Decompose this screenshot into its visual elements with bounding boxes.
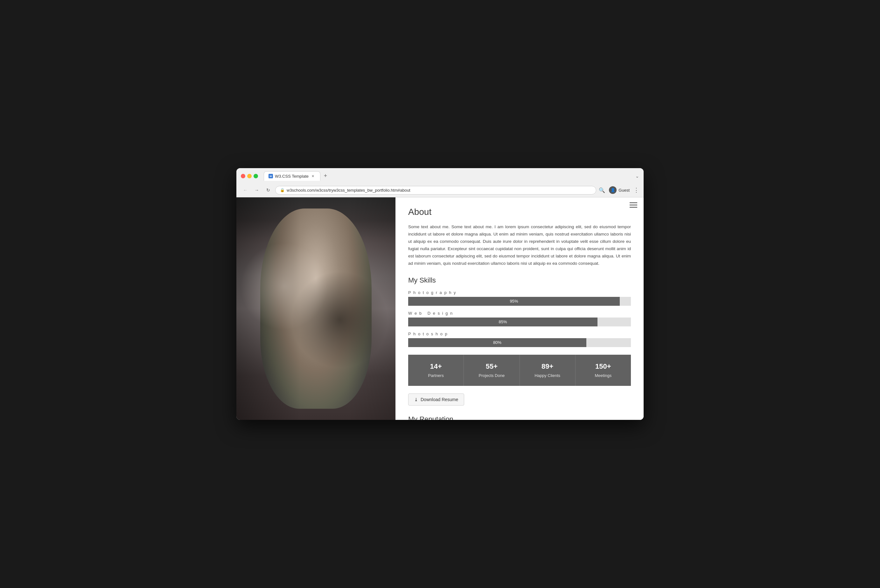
stat-projects-number: 55+	[469, 362, 514, 370]
skill-photography-bar-bg: 95%	[408, 297, 631, 306]
stat-projects: 55+ Projects Done	[464, 355, 519, 386]
skill-webdesign-pct: 85%	[498, 320, 507, 324]
hamburger-line-3	[630, 207, 637, 207]
tab-close-button[interactable]: ✕	[310, 174, 316, 178]
skill-photoshop-bar-bg: 80%	[408, 338, 631, 347]
skill-photography: P h o t o g r a p h y 95%	[408, 290, 631, 306]
skills-list: P h o t o g r a p h y 95% W e b D e s i …	[408, 290, 631, 347]
browser-addressbar: ← → ↻ 🔒 w3schools.com/w3css/tryw3css_tem…	[236, 184, 644, 197]
tab-bar: w W3.CSS Template ✕ + ⌄	[264, 171, 639, 180]
content-panel: About Some text about me. Some text abou…	[396, 197, 644, 420]
skill-webdesign-label: W e b D e s i g n	[408, 311, 631, 316]
skill-photoshop-pct: 80%	[493, 340, 501, 345]
download-icon: ⤓	[414, 397, 418, 402]
stat-meetings-number: 150+	[581, 362, 626, 370]
stat-meetings-label: Meetings	[595, 373, 612, 378]
reputation-title: My Reputation	[408, 415, 631, 420]
browser-content: About Some text about me. Some text abou…	[236, 197, 644, 420]
hamburger-line-1	[630, 202, 637, 203]
tab-favicon-icon: w	[269, 174, 273, 178]
forward-button[interactable]: →	[252, 186, 261, 195]
profile-area[interactable]: 👤 Guest	[609, 186, 630, 194]
maximize-traffic-light[interactable]	[254, 174, 258, 178]
toolbar-icons: 🔍 👤 Guest ⋮	[599, 186, 639, 194]
stat-projects-label: Projects Done	[479, 373, 505, 378]
profile-photo-panel	[236, 197, 396, 420]
reload-button[interactable]: ↻	[264, 186, 273, 195]
skill-photoshop-bar-fill: 80%	[408, 338, 586, 347]
stat-partners: 14+ Partners	[408, 355, 464, 386]
more-options-icon[interactable]: ⋮	[633, 187, 639, 194]
hamburger-line-2	[630, 205, 637, 206]
browser-window: w W3.CSS Template ✕ + ⌄ ← → ↻ 🔒 w3school…	[236, 168, 644, 420]
about-body-text: Some text about me. Some text about me. …	[408, 224, 631, 267]
about-title: About	[408, 207, 631, 217]
profile-photo-bg	[236, 197, 396, 420]
minimize-traffic-light[interactable]	[247, 174, 252, 178]
skill-webdesign-bar-bg: 85%	[408, 318, 631, 326]
traffic-lights	[241, 174, 258, 178]
stat-clients-number: 89+	[525, 362, 570, 370]
skills-title: My Skills	[408, 276, 631, 285]
new-tab-button[interactable]: +	[322, 172, 329, 180]
browser-titlebar: w W3.CSS Template ✕ + ⌄	[236, 168, 644, 184]
skill-webdesign: W e b D e s i g n 85%	[408, 311, 631, 326]
stat-partners-label: Partners	[428, 373, 444, 378]
active-tab[interactable]: w W3.CSS Template ✕	[264, 171, 320, 181]
profile-label: Guest	[618, 188, 630, 193]
hamburger-menu-button[interactable]	[630, 202, 637, 207]
skill-photoshop: P h o t o s h o p 80%	[408, 332, 631, 347]
address-bar[interactable]: 🔒 w3schools.com/w3css/tryw3css_templates…	[275, 186, 596, 195]
tab-expand-button[interactable]: ⌄	[635, 174, 639, 178]
skill-photoshop-label: P h o t o s h o p	[408, 332, 631, 336]
close-traffic-light[interactable]	[241, 174, 245, 178]
browser-chrome: w W3.CSS Template ✕ + ⌄ ← → ↻ 🔒 w3school…	[236, 168, 644, 197]
stats-row: 14+ Partners 55+ Projects Done 89+ Happy…	[408, 355, 631, 386]
skill-webdesign-bar-fill: 85%	[408, 318, 597, 326]
skill-photography-label: P h o t o g r a p h y	[408, 290, 631, 295]
stat-clients-label: Happy Clients	[534, 373, 560, 378]
download-resume-label: Download Resume	[421, 397, 458, 402]
skill-photography-bar-fill: 95%	[408, 297, 620, 306]
stat-partners-number: 14+	[413, 362, 459, 370]
profile-avatar-icon: 👤	[609, 186, 617, 194]
stat-meetings: 150+ Meetings	[576, 355, 631, 386]
tab-label: W3.CSS Template	[275, 174, 308, 178]
url-text: w3schools.com/w3css/tryw3css_templates_b…	[287, 188, 411, 193]
skill-photography-pct: 95%	[510, 299, 518, 303]
download-resume-button[interactable]: ⤓ Download Resume	[408, 393, 464, 405]
lock-icon: 🔒	[280, 188, 285, 192]
stat-clients: 89+ Happy Clients	[520, 355, 576, 386]
search-icon[interactable]: 🔍	[599, 187, 605, 193]
back-button[interactable]: ←	[241, 186, 250, 195]
